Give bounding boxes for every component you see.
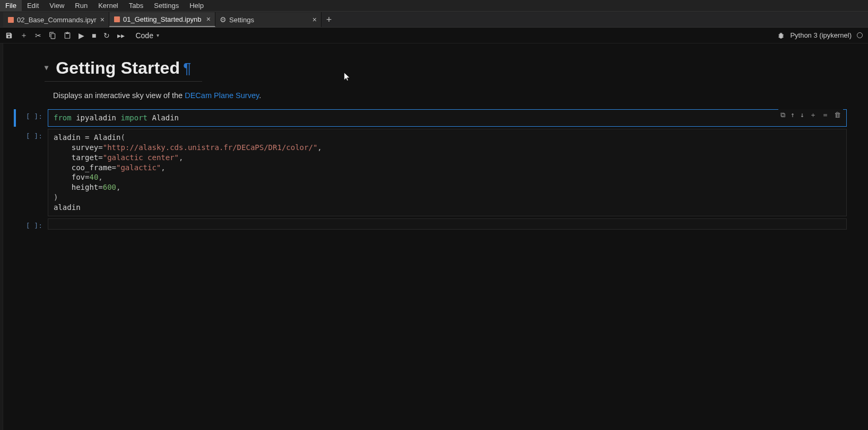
run-all-icon[interactable]: ▸▸ <box>117 31 125 40</box>
close-icon[interactable]: × <box>313 15 317 24</box>
menu-kernel[interactable]: Kernel <box>93 0 124 11</box>
code-line[interactable]: aladin = Aladin( <box>54 133 841 143</box>
cell-prompt: [ ]: <box>16 218 48 230</box>
insert-below-icon[interactable]: ＝ <box>822 110 829 120</box>
tab-settings[interactable]: ⚙ Settings × <box>215 12 322 27</box>
close-icon[interactable]: × <box>100 15 105 24</box>
tab-label: 02_Base_Commands.ipyr <box>17 16 97 24</box>
code-editor[interactable]: ⧉ ↑ ↓ ＋ ＝ 🗑 from ipyaladin import Aladin <box>48 109 847 127</box>
tab-01-getting-started[interactable]: 01_Getting_Started.ipynb × <box>109 12 215 27</box>
intro-period: . <box>259 91 261 100</box>
save-icon[interactable] <box>5 32 13 39</box>
code-line[interactable]: coo_frame="galactic", <box>54 163 841 173</box>
notebook-icon <box>7 16 14 23</box>
code-line[interactable]: target="galactic center", <box>54 153 841 163</box>
intro-prefix: Displays an interactive sky view of the <box>53 91 185 100</box>
close-icon[interactable]: × <box>206 15 211 23</box>
code-editor[interactable] <box>48 218 847 230</box>
code-line[interactable]: survey="http://alasky.cds.unistra.fr/DEC… <box>54 143 841 153</box>
stop-icon[interactable]: ■ <box>92 31 96 40</box>
notebook-panel[interactable]: ▾ Getting Started ¶ Displays an interact… <box>3 43 868 430</box>
menu-tabs[interactable]: Tabs <box>124 0 149 11</box>
intro-link[interactable]: DECam Plane Survey <box>185 91 259 100</box>
copy-icon[interactable] <box>49 32 56 39</box>
menu-help[interactable]: Help <box>184 0 209 11</box>
pilcrow-icon[interactable]: ¶ <box>183 60 191 77</box>
new-tab-button[interactable]: + <box>322 12 336 27</box>
menu-view[interactable]: View <box>44 0 70 11</box>
kernel-name[interactable]: Python 3 (ipykernel) <box>790 31 852 39</box>
menu-settings[interactable]: Settings <box>149 0 184 11</box>
celltype-select[interactable]: Code ▾ <box>135 31 159 40</box>
cell-prompt: [ ]: <box>16 129 48 216</box>
tab-label: Settings <box>229 16 254 24</box>
restart-icon[interactable]: ↻ <box>103 31 110 40</box>
code-editor[interactable]: aladin = Aladin( survey="http://alasky.c… <box>48 129 847 216</box>
menu-file[interactable]: File <box>0 0 22 11</box>
paste-icon[interactable] <box>64 32 71 39</box>
code-line[interactable]: ) <box>54 192 841 203</box>
cell-toolbar: ⧉ ↑ ↓ ＋ ＝ 🗑 <box>778 109 843 121</box>
insert-above-icon[interactable]: ＋ <box>810 110 817 120</box>
tab-label: 01_Getting_Started.ipynb <box>123 15 201 23</box>
code-line[interactable]: height=600, <box>54 182 841 192</box>
intro-text: Displays an interactive sky view of the … <box>53 91 847 100</box>
run-icon[interactable]: ▶ <box>79 31 84 40</box>
move-up-icon[interactable]: ↑ <box>791 110 795 120</box>
menu-edit[interactable]: Edit <box>22 0 44 11</box>
code-cell[interactable]: [ ]: aladin = Aladin( survey="http://ala… <box>14 129 847 216</box>
collapse-icon[interactable]: ▾ <box>45 63 48 72</box>
code-cell[interactable]: [ ]: <box>14 218 847 230</box>
code-cell[interactable]: [ ]: ⧉ ↑ ↓ ＋ ＝ 🗑 from ipyaladin import A… <box>14 109 847 127</box>
add-cell-icon[interactable]: ＋ <box>20 31 28 40</box>
gear-icon: ⚙ <box>220 16 226 23</box>
delete-cell-icon[interactable]: 🗑 <box>834 110 841 120</box>
notebook-icon <box>114 16 120 22</box>
bug-icon[interactable] <box>777 32 785 39</box>
move-down-icon[interactable]: ↓ <box>800 110 804 120</box>
duplicate-icon[interactable]: ⧉ <box>780 110 785 120</box>
heading-getting-started: ▾ Getting Started ¶ <box>45 58 202 82</box>
chevron-down-icon: ▾ <box>157 32 159 38</box>
celltype-value: Code <box>135 31 153 40</box>
menu-run[interactable]: Run <box>70 0 93 11</box>
code-line[interactable]: aladin <box>54 203 841 213</box>
cell-prompt: [ ]: <box>16 109 48 127</box>
tab-02-base-commands[interactable]: 02_Base_Commands.ipyr × <box>3 12 109 27</box>
heading-text: Getting Started <box>56 58 180 78</box>
code-line[interactable]: fov=40, <box>54 172 841 182</box>
notebook-toolbar: ＋ ✂ ▶ ■ ↻ ▸▸ Code ▾ Python 3 (ipykernel) <box>0 28 868 43</box>
menubar: File Edit View Run Kernel Tabs Settings … <box>0 0 868 12</box>
kernel-status-icon[interactable] <box>857 32 863 38</box>
code-line[interactable]: from ipyaladin import Aladin <box>54 113 841 123</box>
cut-icon[interactable]: ✂ <box>35 31 41 40</box>
tab-row: 02_Base_Commands.ipyr × 01_Getting_Start… <box>0 12 868 28</box>
